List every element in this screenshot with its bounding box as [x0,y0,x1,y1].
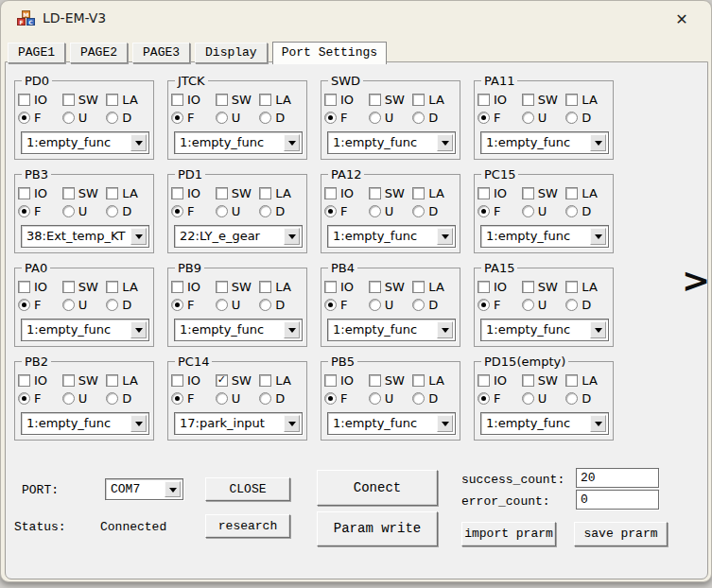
checkbox-sw[interactable] [62,187,75,199]
checkbox-sw[interactable] [62,281,75,293]
tab-port-settings[interactable]: Port Settings [272,42,387,64]
radio-d[interactable] [412,392,425,405]
checkbox-item-io[interactable]: IO [171,186,216,200]
radio-f[interactable] [18,205,30,217]
tab-page3[interactable]: PAGE3 [132,43,190,63]
radio-u[interactable] [216,112,228,124]
radio-u[interactable] [62,299,75,311]
checkbox-item-la[interactable]: LA [565,373,610,388]
checkbox-item-sw[interactable]: SW [62,186,107,200]
checkbox-item-io[interactable]: IO [324,186,369,200]
function-select[interactable]: 1:empty_func [21,319,149,341]
checkbox-sw[interactable] [522,281,534,293]
checkbox-item-io[interactable]: IO [18,93,62,107]
radio-item-f[interactable]: F [324,111,369,125]
checkbox-item-la[interactable]: LA [106,373,150,388]
radio-item-u[interactable]: U [369,298,413,312]
radio-item-d[interactable]: D [565,298,610,312]
import-param-button[interactable]: import prarm [461,522,556,546]
chevron-down-icon[interactable] [284,321,300,338]
radio-item-u[interactable]: U [62,391,107,406]
function-select[interactable]: 1:empty_func [327,131,456,154]
checkbox-item-sw[interactable]: SW [216,373,260,388]
radio-item-d[interactable]: D [565,204,610,218]
chevron-down-icon[interactable] [590,134,606,151]
radio-item-d[interactable]: D [106,111,150,125]
radio-u[interactable] [522,392,534,405]
radio-d[interactable] [106,299,118,311]
radio-item-u[interactable]: U [522,298,566,312]
checkbox-sw[interactable] [369,94,381,106]
checkbox-io[interactable] [18,187,30,199]
checkbox-sw[interactable] [62,374,75,387]
save-param-button[interactable]: save prarm [574,522,668,546]
checkbox-item-sw[interactable]: SW [522,373,566,388]
checkbox-io[interactable] [171,374,183,387]
checkbox-la[interactable] [412,281,425,293]
chevron-down-icon[interactable] [130,228,147,245]
checkbox-item-io[interactable]: IO [478,280,522,294]
checkbox-io[interactable] [324,187,337,199]
radio-u[interactable] [369,392,381,405]
radio-d[interactable] [565,112,578,124]
chevron-down-icon[interactable] [590,228,606,245]
success-count-field[interactable] [576,468,659,488]
checkbox-la[interactable] [259,94,271,106]
radio-item-d[interactable]: D [106,391,150,406]
next-page-button[interactable]: > [682,262,710,300]
radio-f[interactable] [324,112,337,124]
radio-item-u[interactable]: U [62,298,107,312]
radio-u[interactable] [216,392,228,405]
radio-u[interactable] [62,112,75,124]
tab-page2[interactable]: PAGE2 [70,43,128,63]
radio-item-u[interactable]: U [62,111,107,125]
radio-item-f[interactable]: F [478,111,522,125]
radio-u[interactable] [216,205,228,217]
checkbox-sw[interactable] [216,187,228,199]
chevron-down-icon[interactable] [437,321,453,338]
radio-item-f[interactable]: F [171,298,216,312]
radio-item-f[interactable]: F [171,111,216,125]
radio-u[interactable] [62,205,75,217]
checkbox-io[interactable] [478,374,490,387]
checkbox-item-la[interactable]: LA [106,280,150,294]
param-write-button[interactable]: Param write [317,511,438,546]
radio-f[interactable] [324,205,337,217]
error-count-field[interactable] [576,490,659,510]
checkbox-item-sw[interactable]: SW [369,186,413,200]
checkbox-sw[interactable] [369,281,381,293]
function-select[interactable]: 1:empty_func [327,412,456,435]
radio-item-f[interactable]: F [18,298,62,312]
connect-button[interactable]: Conect [317,470,438,506]
checkbox-io[interactable] [324,94,337,106]
checkbox-item-sw[interactable]: SW [62,93,107,107]
checkbox-la[interactable] [259,187,271,199]
checkbox-sw[interactable] [216,374,228,387]
chevron-down-icon[interactable] [130,415,147,432]
checkbox-sw[interactable] [62,94,75,106]
radio-item-f[interactable]: F [324,204,369,218]
close-icon[interactable]: ✕ [669,9,694,31]
radio-item-u[interactable]: U [216,111,260,125]
radio-f[interactable] [18,112,30,124]
radio-f[interactable] [18,392,30,405]
checkbox-item-la[interactable]: LA [565,186,610,200]
radio-d[interactable] [565,392,578,405]
radio-f[interactable] [171,392,183,405]
radio-item-f[interactable]: F [18,204,62,218]
radio-item-d[interactable]: D [412,391,457,406]
checkbox-item-la[interactable]: LA [412,280,457,294]
radio-u[interactable] [369,299,381,311]
checkbox-item-sw[interactable]: SW [216,186,260,200]
checkbox-item-io[interactable]: IO [324,93,369,107]
checkbox-item-sw[interactable]: SW [62,373,107,388]
checkbox-item-io[interactable]: IO [171,373,216,388]
function-select[interactable]: 38:Ext_temp_KT [21,225,149,248]
checkbox-la[interactable] [259,374,271,387]
radio-u[interactable] [62,392,75,405]
radio-item-f[interactable]: F [18,391,62,406]
checkbox-item-io[interactable]: IO [324,373,369,388]
checkbox-la[interactable] [565,374,578,387]
radio-d[interactable] [259,299,271,311]
checkbox-sw[interactable] [369,374,381,387]
